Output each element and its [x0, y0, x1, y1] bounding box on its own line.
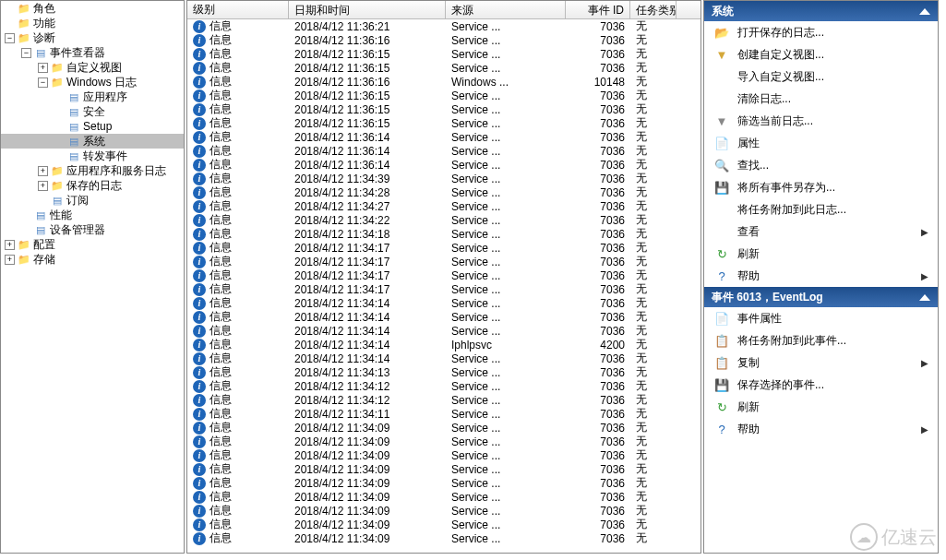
grid-body[interactable]: i信息2018/4/12 11:36:21Service ...7036无i信息…	[187, 19, 701, 553]
action-item[interactable]: ↻刷新	[704, 396, 938, 418]
tree-item[interactable]: +📁存储	[1, 252, 184, 267]
action-item[interactable]: 🔍查找...	[704, 154, 938, 176]
tree-toggle-icon[interactable]: +	[38, 166, 48, 176]
tree-item-label: Setup	[83, 120, 112, 133]
action-label: 帮助	[737, 422, 921, 437]
action-item[interactable]: 📄属性	[704, 132, 938, 154]
grid-row[interactable]: i信息2018/4/12 11:36:15Service ...7036无	[187, 61, 701, 75]
action-item[interactable]: 查看▶	[704, 220, 938, 243]
tree-item[interactable]: ▤安全	[1, 104, 184, 119]
grid-row[interactable]: i信息2018/4/12 11:34:09Service ...7036无	[187, 462, 701, 476]
tree-item[interactable]: 📁功能	[1, 16, 184, 30]
tree-item[interactable]: −▤事件查看器	[1, 45, 184, 60]
grid-row[interactable]: i信息2018/4/12 11:34:14Service ...7036无	[187, 324, 701, 338]
action-item[interactable]: 清除日志...	[704, 88, 938, 110]
tree-item[interactable]: +📁配置	[1, 237, 184, 252]
action-item[interactable]: 📂打开保存的日志...	[704, 21, 938, 43]
grid-row[interactable]: i信息2018/4/12 11:34:09Service ...7036无	[187, 531, 701, 545]
grid-row[interactable]: i信息2018/4/12 11:34:14Iphlpsvc4200无	[187, 338, 701, 351]
action-item[interactable]: 📋复制▶	[704, 351, 938, 374]
grid-row[interactable]: i信息2018/4/12 11:34:17Service ...7036无	[187, 268, 701, 282]
grid-row[interactable]: i信息2018/4/12 11:34:13Service ...7036无	[187, 365, 701, 379]
action-item[interactable]: 📄事件属性	[704, 307, 938, 329]
grid-row[interactable]: i信息2018/4/12 11:34:09Service ...7036无	[187, 448, 701, 462]
action-item[interactable]: 将任务附加到此日志...	[704, 198, 938, 220]
grid-row[interactable]: i信息2018/4/12 11:34:09Service ...7036无	[187, 490, 701, 504]
grid-row[interactable]: i信息2018/4/12 11:34:11Service ...7036无	[187, 407, 701, 421]
grid-row[interactable]: i信息2018/4/12 11:36:15Service ...7036无	[187, 102, 701, 116]
grid-row[interactable]: i信息2018/4/12 11:34:22Service ...7036无	[187, 213, 701, 227]
tree-item[interactable]: +📁保存的日志	[1, 178, 184, 193]
tree-item[interactable]: ▤Setup	[1, 119, 184, 134]
collapse-icon[interactable]	[919, 8, 930, 15]
grid-row[interactable]: i信息2018/4/12 11:34:09Service ...7036无	[187, 435, 701, 448]
tree-item[interactable]: ▤应用程序	[1, 89, 184, 104]
grid-row[interactable]: i信息2018/4/12 11:34:28Service ...7036无	[187, 185, 701, 199]
grid-row[interactable]: i信息2018/4/12 11:36:16Windows ...10148无	[187, 75, 701, 89]
tree-item[interactable]: +📁应用程序和服务日志	[1, 163, 184, 178]
grid-row[interactable]: i信息2018/4/12 11:34:12Service ...7036无	[187, 379, 701, 393]
grid-row[interactable]: i信息2018/4/12 11:34:09Service ...7036无	[187, 421, 701, 435]
grid-row[interactable]: i信息2018/4/12 11:34:14Service ...7036无	[187, 351, 701, 365]
info-icon: i	[193, 394, 206, 407]
grid-row[interactable]: i信息2018/4/12 11:36:14Service ...7036无	[187, 144, 701, 158]
tree-toggle-icon[interactable]: +	[5, 240, 15, 250]
grid-row[interactable]: i信息2018/4/12 11:34:27Service ...7036无	[187, 199, 701, 213]
tree-item[interactable]: ▤设备管理器	[1, 222, 184, 237]
tree-item-label: 设备管理器	[50, 222, 105, 238]
tree-item[interactable]: ▤订阅	[1, 193, 184, 208]
action-item[interactable]: 💾保存选择的事件...	[704, 374, 938, 396]
tree-toggle-icon[interactable]: −	[5, 33, 15, 43]
grid-row[interactable]: i信息2018/4/12 11:34:09Service ...7036无	[187, 476, 701, 490]
col-header-date[interactable]: 日期和时间	[289, 1, 446, 18]
grid-row[interactable]: i信息2018/4/12 11:34:14Service ...7036无	[187, 310, 701, 324]
tree-toggle-icon[interactable]: +	[38, 181, 48, 191]
col-header-level[interactable]: 级别	[187, 1, 289, 18]
tree-item[interactable]: −📁诊断	[1, 30, 184, 45]
action-icon: 📄	[713, 136, 730, 150]
action-item[interactable]: ▼筛选当前日志...	[704, 110, 938, 132]
action-item[interactable]: 💾将所有事件另存为...	[704, 176, 938, 198]
grid-row[interactable]: i信息2018/4/12 11:34:17Service ...7036无	[187, 282, 701, 296]
grid-row[interactable]: i信息2018/4/12 11:36:15Service ...7036无	[187, 116, 701, 130]
tree-item[interactable]: 📁角色	[1, 1, 184, 16]
action-item[interactable]: ▼创建自定义视图...	[704, 43, 938, 66]
tree-item[interactable]: −📁Windows 日志	[1, 75, 184, 89]
actions-header-event[interactable]: 事件 6013，EventLog	[704, 287, 938, 307]
action-item[interactable]: ↻刷新	[704, 243, 938, 265]
tree-item[interactable]: ▤系统	[1, 134, 184, 149]
action-item[interactable]: ?帮助▶	[704, 265, 938, 287]
grid-row[interactable]: i信息2018/4/12 11:36:15Service ...7036无	[187, 47, 701, 61]
col-header-task[interactable]: 任务类别	[630, 1, 677, 18]
grid-row[interactable]: i信息2018/4/12 11:34:39Service ...7036无	[187, 172, 701, 185]
action-item[interactable]: ?帮助▶	[704, 418, 938, 440]
action-item[interactable]: 导入自定义视图...	[704, 66, 938, 88]
tree-item[interactable]: ▤性能	[1, 208, 184, 222]
grid-row[interactable]: i信息2018/4/12 11:34:17Service ...7036无	[187, 255, 701, 268]
grid-row[interactable]: i信息2018/4/12 11:34:18Service ...7036无	[187, 227, 701, 241]
actions-header-system[interactable]: 系统	[704, 1, 938, 21]
grid-row[interactable]: i信息2018/4/12 11:36:15Service ...7036无	[187, 89, 701, 102]
collapse-icon[interactable]	[919, 294, 930, 301]
grid-row[interactable]: i信息2018/4/12 11:36:14Service ...7036无	[187, 158, 701, 172]
cell-eventid: 4200	[566, 339, 630, 351]
grid-row[interactable]: i信息2018/4/12 11:36:14Service ...7036无	[187, 130, 701, 144]
tree-toggle-icon[interactable]: −	[38, 77, 48, 88]
grid-row[interactable]: i信息2018/4/12 11:36:16Service ...7036无	[187, 33, 701, 47]
tree-toggle-icon[interactable]: +	[38, 63, 48, 73]
action-item[interactable]: 📋将任务附加到此事件...	[704, 329, 938, 351]
grid-row[interactable]: i信息2018/4/12 11:34:12Service ...7036无	[187, 393, 701, 407]
tree-item-label: 自定义视图	[66, 60, 122, 76]
grid-header[interactable]: 级别 日期和时间 来源 事件 ID 任务类别	[187, 1, 701, 19]
tree-toggle-icon[interactable]: −	[21, 48, 31, 58]
col-header-source[interactable]: 来源	[446, 1, 566, 18]
grid-row[interactable]: i信息2018/4/12 11:34:09Service ...7036无	[187, 504, 701, 518]
tree-item[interactable]: ▤转发事件	[1, 149, 184, 163]
grid-row[interactable]: i信息2018/4/12 11:34:17Service ...7036无	[187, 241, 701, 255]
grid-row[interactable]: i信息2018/4/12 11:34:14Service ...7036无	[187, 296, 701, 310]
grid-row[interactable]: i信息2018/4/12 11:34:09Service ...7036无	[187, 518, 701, 531]
col-header-eventid[interactable]: 事件 ID	[566, 1, 630, 18]
tree-toggle-icon[interactable]: +	[5, 255, 15, 265]
tree-item[interactable]: +📁自定义视图	[1, 60, 184, 75]
grid-row[interactable]: i信息2018/4/12 11:36:21Service ...7036无	[187, 19, 701, 33]
